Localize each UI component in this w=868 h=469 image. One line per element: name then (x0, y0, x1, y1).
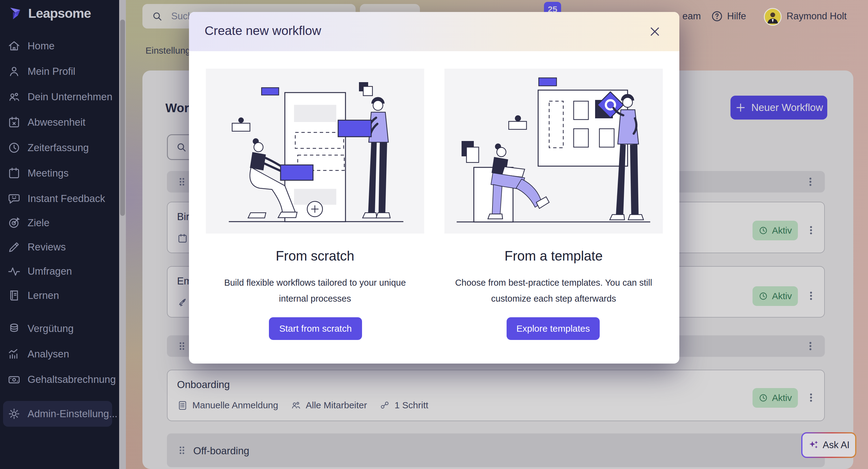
explore-templates-button[interactable]: Explore templates (506, 317, 600, 340)
sidebar-item-abwesenheit[interactable]: Abwesenheit (7, 114, 113, 131)
kebab-menu-icon[interactable] (805, 392, 817, 403)
help-label: Hilfe (727, 11, 746, 22)
people-icon (290, 400, 301, 411)
sidebar-item-admin-einstellungen[interactable]: Admin-Einstellung... (7, 405, 113, 422)
steps-icon (379, 400, 390, 411)
drag-handle-icon[interactable] (176, 176, 188, 187)
sidebar-item-ziele[interactable]: Ziele (7, 214, 113, 231)
kebab-menu-icon[interactable] (805, 224, 817, 236)
target-icon (7, 216, 21, 230)
drag-handle-icon[interactable] (176, 340, 188, 352)
avatar-person-icon (765, 9, 781, 25)
sparkles-icon (808, 439, 819, 451)
row-meta: Manuelle Anmeldung Alle Mitarbeiter 1 Sc… (177, 400, 428, 411)
sidebar: Leapsome Home Mein Profil Dein Unternehm… (0, 0, 119, 469)
leapsome-bird-icon (8, 4, 26, 22)
sidebar-item-mein-profil[interactable]: Mein Profil (7, 63, 113, 80)
pulse-icon (7, 265, 21, 278)
table-row-onboarding[interactable]: Onboarding Manuelle Anmeldung Alle Mitar… (167, 370, 825, 421)
chart-icon (7, 347, 21, 361)
option-heading-scratch: From scratch (206, 248, 424, 264)
close-icon (648, 25, 661, 38)
clock-icon (758, 393, 768, 403)
book-icon (7, 289, 21, 302)
user-menu[interactable]: Raymond Holt (786, 9, 846, 23)
close-button[interactable] (648, 25, 661, 38)
from-template-illustration (444, 69, 663, 234)
clock-icon (7, 141, 21, 154)
status-badge: Aktiv (752, 221, 798, 240)
create-workflow-modal: Create new workflow (189, 12, 679, 363)
calendar-x-icon (7, 116, 21, 129)
sidebar-item-verguetung[interactable]: Vergütung (7, 320, 113, 337)
sidebar-item-gehaltsabrechnung[interactable]: Gehaltsabrechnung (7, 371, 113, 388)
modal-title: Create new workflow (205, 24, 321, 38)
sidebar-item-meetings[interactable]: Meetings (7, 165, 113, 182)
team-nav-item[interactable]: eam (682, 9, 701, 23)
sidebar-item-umfragen[interactable]: Umfragen (7, 263, 113, 280)
ask-ai-label: Ask AI (823, 440, 849, 450)
from-scratch-illustration (206, 69, 424, 234)
question-circle-icon (711, 10, 723, 23)
status-badge: Aktiv (752, 388, 798, 408)
user-name: Raymond Holt (786, 11, 846, 22)
rocket-icon (177, 297, 188, 309)
search-icon (175, 141, 187, 153)
chat-smile-icon (7, 192, 21, 205)
people-icon (7, 90, 21, 104)
scrollbar-thumb[interactable] (120, 20, 125, 216)
calendar-icon (177, 233, 188, 244)
user-avatar[interactable] (764, 8, 782, 26)
sidebar-item-instant-feedback[interactable]: Instant Feedback (7, 190, 113, 207)
new-workflow-button[interactable]: Neuer Workflow (731, 96, 827, 120)
search-icon (151, 10, 163, 22)
home-icon (7, 39, 21, 53)
sidebar-item-analysen[interactable]: Analysen (7, 346, 113, 363)
sidebar-item-reviews[interactable]: Reviews (7, 238, 113, 256)
sidebar-item-zeiterfassung[interactable]: Zeiterfassung (7, 139, 113, 156)
option-description-template: Choose from best-practice templates. You… (444, 275, 663, 306)
form-icon (177, 400, 188, 411)
clock-icon (758, 226, 768, 235)
kebab-menu-icon[interactable] (805, 340, 816, 352)
brand-name: Leapsome (28, 6, 91, 21)
sidebar-item-lernen[interactable]: Lernen (7, 287, 113, 304)
banknote-icon (7, 373, 21, 386)
table-row-offboarding[interactable]: Off-boarding (167, 434, 825, 467)
pencil-icon (7, 240, 21, 254)
status-badge: Aktiv (752, 286, 798, 306)
sidebar-item-dein-unternehmen[interactable]: Dein Unternehmen (7, 88, 113, 106)
help-button[interactable]: Hilfe (711, 9, 746, 23)
sidebar-item-home[interactable]: Home (7, 37, 113, 55)
brand-logo[interactable]: Leapsome (8, 4, 91, 22)
clock-icon (758, 291, 768, 301)
kebab-menu-icon[interactable] (805, 176, 816, 187)
start-from-scratch-button[interactable]: Start from scratch (269, 317, 362, 340)
drag-handle-icon[interactable] (176, 444, 188, 456)
kebab-menu-icon[interactable] (805, 290, 817, 302)
app-window: 25 eam Hilfe Raymond Holt Einstellungen … (0, 0, 868, 469)
option-description-scratch: Build flexible workflows tailored to you… (206, 275, 424, 306)
coins-icon (7, 322, 21, 335)
user-icon (7, 65, 21, 78)
gear-icon (7, 407, 21, 420)
plus-icon (735, 102, 746, 113)
calendar-icon (7, 167, 21, 180)
ask-ai-button[interactable]: Ask AI (801, 432, 856, 458)
team-label-partial: eam (682, 11, 701, 22)
option-heading-template: From a template (444, 248, 663, 264)
